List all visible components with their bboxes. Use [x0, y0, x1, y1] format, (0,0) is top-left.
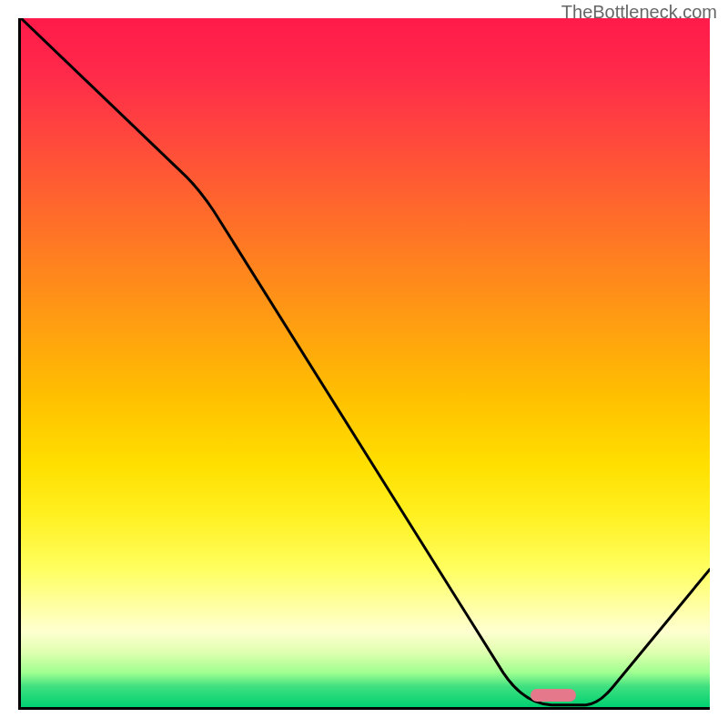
watermark-text: TheBottleneck.com [561, 2, 717, 23]
plot-area [18, 18, 710, 710]
optimal-marker [531, 689, 576, 702]
bottleneck-curve [21, 18, 710, 707]
